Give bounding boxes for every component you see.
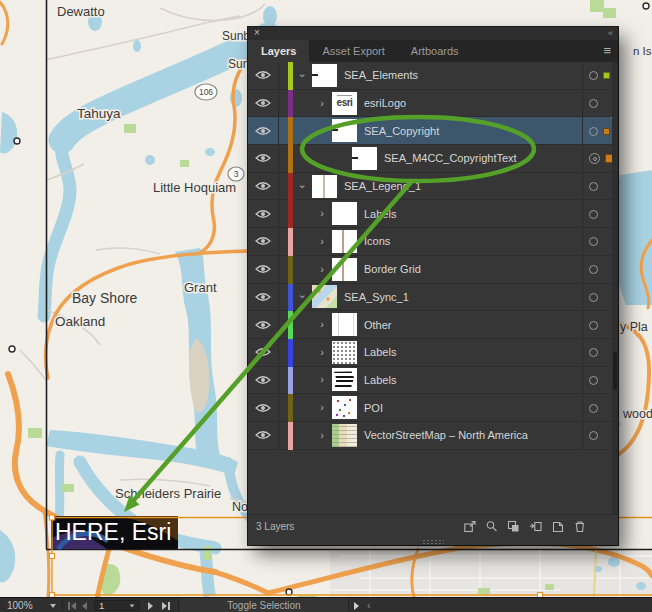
visibility-eye-icon[interactable] [248,284,279,311]
chevron-expanded-icon[interactable]: › [297,289,308,305]
chevron-expanded-icon[interactable]: › [297,67,308,83]
tab-asset-export[interactable]: Asset Export [309,40,397,62]
collect-for-export-icon[interactable] [463,520,476,533]
target-selected-icon[interactable] [589,153,600,164]
layer-row-esrilogo[interactable]: ›esriesriLogo [248,90,618,118]
visibility-eye-icon[interactable] [248,311,279,338]
delete-selection-icon[interactable] [573,520,586,533]
target-circle-icon[interactable] [589,237,598,246]
layer-row-sea-copyright[interactable]: ›SEA_Copyright [248,117,618,145]
status-flyout-icon[interactable] [354,598,359,612]
first-artboard-button[interactable] [68,598,76,612]
layer-row-labels[interactable]: ›Labels [248,367,618,395]
locate-object-icon[interactable] [485,520,498,533]
artboard-dropdown-icon[interactable] [130,604,135,607]
layer-name-label[interactable]: esriLogo [364,97,406,109]
chevron-collapsed-icon[interactable]: › [314,347,330,358]
layer-row-labels[interactable]: ›Labels [248,200,618,228]
panel-resize-handle[interactable] [248,538,618,545]
layer-name-label[interactable]: Other [364,319,392,331]
visibility-eye-icon[interactable] [248,256,279,283]
layer-name-label[interactable]: SEA_Elements [344,69,418,81]
chevron-collapsed-icon[interactable]: › [314,402,330,413]
target-circle-icon[interactable] [589,321,598,330]
visibility-eye-icon[interactable] [248,200,279,227]
layer-row-poi[interactable]: ›POI [248,394,618,422]
visibility-eye-icon[interactable] [248,117,279,144]
layer-name-label[interactable]: SEA_Legend_1 [344,180,421,192]
target-circle-icon[interactable] [589,127,598,136]
layer-name-label[interactable]: Labels [364,374,396,386]
chevron-expanded-icon[interactable]: › [297,178,308,194]
chevron-collapsed-icon[interactable]: › [314,208,330,219]
last-artboard-button[interactable] [162,598,170,612]
layer-row-sea-m4cc-copyrighttext[interactable]: ›SEA_M4CC_CopyrightText [248,145,618,173]
create-new-layer-icon[interactable] [551,520,564,533]
layer-row-vectorstreetmap-north-america[interactable]: ›VectorStreetMap – North America [248,422,618,450]
visibility-eye-icon[interactable] [248,394,279,421]
copyright-text-block[interactable]: HERE, Esri [51,516,178,549]
layer-name-label[interactable]: SEA_M4CC_CopyrightText [384,152,517,164]
map-point-marker [9,346,15,352]
collapse-panel-icon[interactable]: ‹‹ [608,27,612,39]
tab-layers[interactable]: Layers [248,40,309,62]
target-circle-icon[interactable] [589,265,598,274]
layer-name-label[interactable]: Icons [364,235,390,247]
layer-row-sea-elements[interactable]: ›SEA_Elements [248,62,618,90]
layer-row-icons[interactable]: ›Icons [248,228,618,256]
target-circle-icon[interactable] [589,99,598,108]
visibility-eye-icon[interactable] [248,90,279,117]
chevron-collapsed-icon[interactable]: › [314,430,330,441]
map-point-marker [286,589,292,595]
zoom-dropdown-icon[interactable] [50,598,56,612]
visibility-eye-icon[interactable] [248,422,279,449]
close-icon[interactable]: × [254,27,260,39]
layer-name-label[interactable]: Labels [364,346,396,358]
target-circle-icon[interactable] [589,210,598,219]
illustrator-canvas[interactable]: DewattoSunbeSunsTahuyaLittle HoquiamGran… [0,0,652,612]
layer-row-sea-sync-1[interactable]: ›SEA_Sync_1 [248,284,618,312]
layer-name-label[interactable]: Border Grid [364,263,421,275]
chevron-collapsed-icon[interactable]: › [314,374,330,385]
panel-scrollbar[interactable] [612,62,618,514]
chevron-collapsed-icon[interactable]: › [314,236,330,247]
previous-artboard-button[interactable] [82,598,87,612]
visibility-eye-icon[interactable] [248,228,279,255]
target-circle-icon[interactable] [589,431,598,440]
visibility-eye-icon[interactable] [248,173,279,200]
zoom-level[interactable]: 100% [7,598,33,612]
target-circle-icon[interactable] [589,71,598,80]
panel-titlebar[interactable]: × ‹‹ [248,27,618,40]
layer-name-label[interactable]: SEA_Sync_1 [344,291,409,303]
create-new-sublayer-icon[interactable] [529,520,542,533]
layer-row-labels[interactable]: ›Labels [248,339,618,367]
scrollbar-thumb[interactable] [613,352,617,390]
visibility-eye-icon[interactable] [248,367,279,394]
layer-name-label[interactable]: SEA_Copyright [364,125,439,137]
layer-row-sea-legend-1[interactable]: ›SEA_Legend_1 [248,173,618,201]
layer-row-other[interactable]: ›Other [248,311,618,339]
chevron-expanded-icon[interactable]: › [317,123,328,139]
scroll-left-arrow-icon[interactable]: ‹ [367,598,371,612]
tab-artboards[interactable]: Artboards [398,40,472,62]
layer-name-label[interactable]: Labels [364,208,396,220]
layer-name-label[interactable]: VectorStreetMap – North America [364,429,528,441]
make-clipping-mask-icon[interactable] [507,520,520,533]
target-circle-icon[interactable] [589,376,598,385]
target-circle-icon[interactable] [589,348,598,357]
layer-row-border-grid[interactable]: ›Border Grid [248,256,618,284]
panel-menu-icon[interactable]: ≡ [603,44,611,58]
visibility-eye-icon[interactable] [248,339,279,366]
target-circle-icon[interactable] [589,293,598,302]
visibility-eye-icon[interactable] [248,62,279,89]
target-circle-icon[interactable] [589,182,598,191]
chevron-collapsed-icon[interactable]: › [314,264,330,275]
status-display[interactable]: Toggle Selection [180,598,348,612]
next-artboard-button[interactable] [148,598,153,612]
chevron-collapsed-icon[interactable]: › [314,98,330,109]
chevron-collapsed-icon[interactable]: › [314,319,330,330]
artboard-number-field[interactable]: 1 [94,600,140,611]
visibility-eye-icon[interactable] [248,145,279,172]
target-circle-icon[interactable] [589,404,598,413]
layer-name-label[interactable]: POI [364,402,383,414]
